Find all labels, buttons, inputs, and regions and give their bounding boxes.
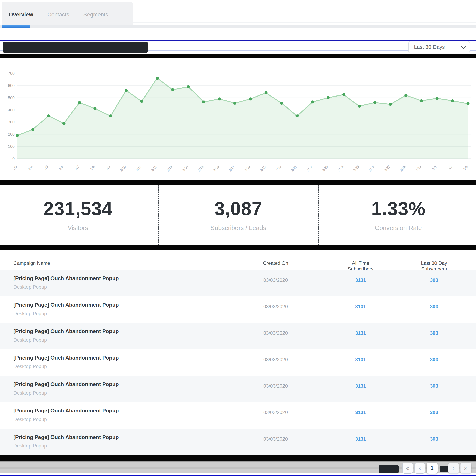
x-axis-tick-label: 2/27 [384, 165, 391, 172]
chart-point[interactable] [311, 100, 314, 104]
redacted-bar [0, 455, 476, 460]
card-divider [318, 185, 319, 245]
tab-segments[interactable]: Segments [84, 12, 108, 18]
tab-strip-bottom-border [0, 25, 476, 28]
subscribers-chart-panel: 01002003004005006007002/32/42/52/62/72/8… [0, 58, 476, 180]
chart-point[interactable] [467, 102, 470, 105]
table-row: [Pricing Page] Ouch Abandonment PopupDes… [0, 429, 476, 455]
created-on-date: 03/03/2020 [255, 436, 296, 442]
current-page-button[interactable]: 1 [426, 462, 438, 474]
chart-point[interactable] [93, 107, 97, 110]
visitors-label: Visitors [68, 224, 88, 232]
chart-point[interactable] [358, 105, 361, 108]
y-axis-tick-label: 500 [8, 95, 15, 100]
first-page-button[interactable]: « [402, 462, 413, 474]
last-30-day-subscribers-link[interactable]: 303 [414, 304, 454, 309]
x-axis-tick-label: 2/25 [353, 165, 360, 172]
campaign-name: [Pricing Page] Ouch Abandonment Popup [14, 355, 119, 361]
last-30-day-subscribers-link[interactable]: 303 [414, 277, 454, 283]
chart-panel-header: Last 30 Days [0, 41, 476, 54]
previous-page-button[interactable]: ‹ [414, 462, 425, 474]
chart-point[interactable] [218, 97, 221, 100]
campaigns-table: Campaign Name Created On All Time Subscr… [0, 250, 476, 455]
y-axis-tick-label: 100 [8, 144, 15, 149]
chart-point[interactable] [233, 102, 237, 105]
chart-point[interactable] [265, 91, 268, 94]
chart-point[interactable] [342, 93, 345, 96]
chart-point[interactable] [125, 89, 128, 92]
chart-point[interactable] [404, 94, 408, 97]
chart-point[interactable] [78, 101, 81, 104]
table-row: [Pricing Page] Ouch Abandonment PopupDes… [0, 376, 476, 402]
next-page-button[interactable]: › [448, 462, 459, 474]
chart-point[interactable] [389, 103, 392, 106]
campaign-name: [Pricing Page] Ouch Abandonment Popup [14, 328, 119, 335]
x-axis-tick-label: 2/16 [213, 165, 220, 172]
y-axis-tick-label: 300 [8, 120, 15, 124]
x-axis-tick-label: 2/29 [415, 165, 422, 172]
chart-point[interactable] [327, 96, 330, 99]
conversion-label: Conversion Rate [375, 224, 422, 232]
chart-point[interactable] [63, 122, 66, 125]
all-time-subscribers-link[interactable]: 3131 [340, 383, 381, 389]
all-time-subscribers-link[interactable]: 3131 [340, 304, 381, 309]
all-time-subscribers-link[interactable]: 3131 [340, 330, 381, 336]
tab-contacts[interactable]: Contacts [47, 12, 69, 18]
x-axis-tick-label: 2/9 [105, 165, 111, 171]
all-time-subscribers-link[interactable]: 3131 [340, 357, 381, 362]
x-axis-tick-label: 2/23 [321, 165, 329, 172]
created-on-date: 03/03/2020 [255, 277, 296, 283]
chart-point[interactable] [16, 134, 19, 137]
analytics-dashboard: Overview Contacts Segments Last 30 Days … [0, 0, 476, 476]
subscribers-area-chart[interactable]: 01002003004005006007002/32/42/52/62/72/8… [0, 58, 476, 180]
tab-bar: Overview Contacts Segments [2, 2, 133, 28]
chart-point[interactable] [109, 114, 112, 118]
chart-point[interactable] [451, 99, 454, 102]
chart-point[interactable] [140, 100, 143, 103]
chart-point[interactable] [156, 77, 159, 80]
chart-point[interactable] [171, 88, 174, 91]
chart-point[interactable] [373, 101, 376, 104]
x-axis-tick-label: 2/6 [58, 165, 65, 171]
campaign-name: [Pricing Page] Ouch Abandonment Popup [14, 381, 119, 388]
last-30-day-subscribers-link[interactable]: 303 [414, 436, 454, 442]
last-page-button[interactable]: » [460, 462, 471, 474]
column-header-created-on: Created On [255, 260, 296, 266]
tab-overview[interactable]: Overview [9, 12, 33, 18]
all-time-subscribers-link[interactable]: 3131 [340, 436, 381, 442]
x-axis-tick-label: 3/2 [447, 165, 453, 171]
last-30-day-subscribers-link[interactable]: 303 [414, 383, 454, 389]
x-axis-tick-label: 2/10 [119, 165, 127, 172]
all-time-subscribers-link[interactable]: 3131 [340, 410, 381, 415]
x-axis-tick-label: 2/20 [275, 165, 282, 172]
last-30-day-subscribers-link[interactable]: 303 [414, 410, 454, 415]
top-tab-strip: Overview Contacts Segments [0, 0, 476, 28]
table-body: [Pricing Page] Ouch Abandonment PopupDes… [0, 270, 476, 455]
campaign-type: Desktop Popup [14, 390, 47, 396]
chart-point[interactable] [280, 102, 283, 105]
created-on-date: 03/03/2020 [255, 410, 296, 415]
chart-point[interactable] [295, 114, 299, 118]
last-30-day-subscribers-link[interactable]: 303 [414, 330, 454, 336]
last-30-day-subscribers-link[interactable]: 303 [414, 357, 454, 362]
chart-point[interactable] [47, 114, 50, 118]
all-time-subscribers-link[interactable]: 3131 [340, 277, 381, 283]
x-axis-tick-label: 2/21 [290, 165, 298, 172]
chart-point[interactable] [187, 85, 190, 88]
chart-point[interactable] [31, 128, 34, 131]
chart-point[interactable] [420, 99, 423, 102]
visitors-value: 231,534 [43, 198, 113, 219]
stat-card-conversion: 1.33% Conversion Rate [321, 185, 476, 245]
campaign-type: Desktop Popup [14, 443, 47, 449]
artifact-line [126, 5, 476, 5]
created-on-date: 03/03/2020 [255, 304, 296, 309]
y-axis-tick-label: 700 [8, 71, 15, 75]
created-on-date: 03/03/2020 [255, 383, 296, 389]
chart-point[interactable] [202, 100, 205, 104]
x-axis-tick-label: 2/4 [27, 165, 33, 171]
date-range-select[interactable]: Last 30 Days [408, 41, 470, 53]
x-axis-tick-labels: 2/32/42/52/62/72/82/92/102/112/122/132/1… [12, 165, 469, 172]
chart-point[interactable] [436, 97, 439, 100]
chart-point[interactable] [249, 97, 252, 100]
pagination-footer: « ‹ 1 › » [0, 461, 476, 475]
